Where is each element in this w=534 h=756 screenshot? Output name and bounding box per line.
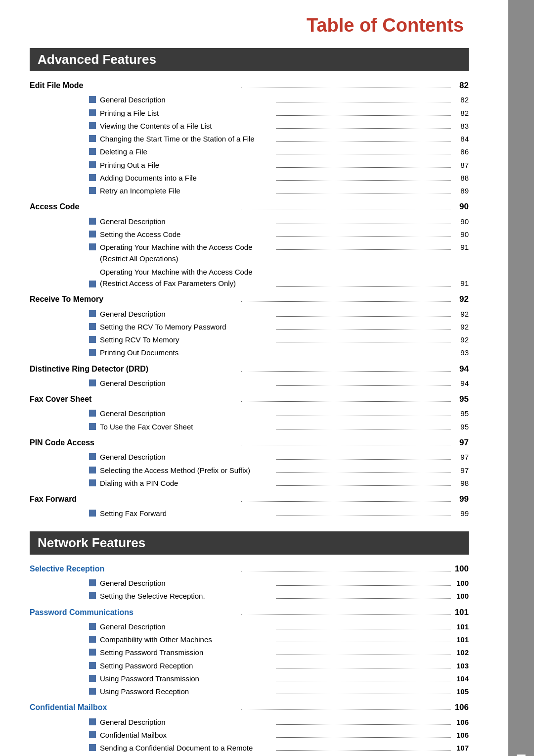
bullet-icon <box>89 174 96 181</box>
section-header-network: Network Features <box>30 531 469 555</box>
network-features-entries: Selective Reception 100 General Descript… <box>30 563 469 756</box>
toc-entry-confidential-mailbox-sub: Confidential Mailbox 106 <box>30 729 469 741</box>
toc-entry-selecting-access-method: Selecting the Access Method (Prefix or S… <box>30 465 469 476</box>
toc-entry-using-password-reception: Using Password Reception 105 <box>30 686 469 697</box>
toc-entry-compatibility-other-machines: Compatibility with Other Machines 101 <box>30 634 469 645</box>
bullet-icon <box>89 231 96 237</box>
content-area: Table of Contents Advanced Features Edit… <box>0 0 508 756</box>
toc-entry-general-desc-4: General Description 94 <box>30 378 469 389</box>
section-header-advanced: Advanced Features <box>30 48 469 71</box>
bullet-icon <box>89 453 96 460</box>
bullet-icon <box>89 675 96 682</box>
bullet-icon <box>89 636 96 643</box>
bullet-icon <box>89 218 96 225</box>
bullet-icon <box>89 467 96 473</box>
toc-entry-setting-rcv-password: Setting the RCV To Memory Password 92 <box>30 321 469 332</box>
toc-entry-viewing-contents: Viewing the Contents of a File List 83 <box>30 120 469 132</box>
bullet-icon <box>89 281 96 287</box>
toc-entry-general-desc-1: General Description 82 <box>30 94 469 105</box>
toc-entry-deleting-file: Deleting a File 86 <box>30 146 469 157</box>
toc-entry-password-comms: Password Communications 101 <box>30 606 469 619</box>
toc-entry-retry-incomplete: Retry an Incomplete File 89 <box>30 185 469 196</box>
toc-entry-sending-confidential-doc: Sending a Confidential Document to a Rem… <box>30 742 469 756</box>
toc-title: Table of Contents <box>30 15 469 36</box>
bullet-icon <box>89 109 96 116</box>
toc-entry-access-code: Access Code 90 <box>30 200 469 213</box>
advanced-features-entries: Edit File Mode 82 General Description 82… <box>30 79 469 520</box>
toc-entry-using-password-transmission: Using Password Transmission 104 <box>30 673 469 684</box>
toc-entry-receive-to-memory: Receive To Memory 92 <box>30 293 469 306</box>
bullet-icon <box>89 623 96 630</box>
bullet-icon <box>89 135 96 142</box>
bullet-icon <box>89 323 96 330</box>
bullet-icon <box>89 718 96 725</box>
toc-entry-general-desc-2: General Description 90 <box>30 216 469 227</box>
toc-entry-general-desc-8: General Description 101 <box>30 621 469 632</box>
bullet-icon <box>89 310 96 317</box>
toc-entry-printing-out-documents: Printing Out Documents 93 <box>30 347 469 358</box>
bullet-icon <box>89 579 96 586</box>
bullet-icon <box>89 649 96 656</box>
toc-entry-adding-documents: Adding Documents into a File 88 <box>30 172 469 184</box>
toc-entry-fax-forward: Fax Forward 99 <box>30 493 469 506</box>
page-wrapper: Table of Contents Advanced Features Edit… <box>0 0 534 756</box>
toc-entry-setting-access-code: Setting the Access Code 90 <box>30 229 469 240</box>
toc-entry-drd: Distinctive Ring Detector (DRD) 94 <box>30 363 469 376</box>
bullet-icon <box>89 379 96 386</box>
toc-entry-dialing-pin: Dialing with a PIN Code 98 <box>30 477 469 489</box>
side-bar <box>508 0 534 756</box>
bullet-icon <box>89 410 96 417</box>
toc-entry-setting-password-transmission: Setting Password Transmission 102 <box>30 647 469 658</box>
toc-entry-pin-code-access: PIN Code Access 97 <box>30 436 469 449</box>
bullet-icon <box>89 510 96 517</box>
bullet-icon <box>89 243 96 250</box>
toc-entry-general-desc-9: General Description 106 <box>30 716 469 728</box>
bullet-icon <box>89 336 96 343</box>
bullet-icon <box>89 423 96 430</box>
bullet-icon <box>89 96 96 103</box>
toc-entry-operating-machine-restrict-all: Operating Your Machine with the Access C… <box>30 241 469 265</box>
bullet-icon <box>89 349 96 356</box>
toc-entry-general-desc-6: General Description 97 <box>30 451 469 463</box>
toc-entry-selective-reception: Selective Reception 100 <box>30 563 469 575</box>
page-number: 5 <box>508 747 534 756</box>
toc-entry-to-use-fax-cover: To Use the Fax Cover Sheet 95 <box>30 421 469 432</box>
toc-entry-edit-file-mode: Edit File Mode 82 <box>30 79 469 92</box>
toc-entry-printing-out-file: Printing Out a File 87 <box>30 159 469 171</box>
bullet-icon <box>89 662 96 669</box>
bullet-icon <box>89 148 96 155</box>
toc-entry-general-desc-7: General Description 100 <box>30 577 469 589</box>
toc-entry-setting-fax-forward: Setting Fax Forward 99 <box>30 508 469 519</box>
toc-entry-general-desc-5: General Description 95 <box>30 408 469 419</box>
bullet-icon <box>89 479 96 486</box>
bullet-icon <box>89 744 96 751</box>
bullet-icon <box>89 592 96 599</box>
bullet-icon <box>89 122 96 129</box>
toc-entry-setting-rcv-to-memory: Setting RCV To Memory 92 <box>30 334 469 345</box>
bullet-icon <box>89 161 96 168</box>
bullet-icon <box>89 731 96 738</box>
toc-entry-operating-machine-restrict-fax: Operating Your Machine with the Access C… <box>30 266 469 289</box>
bullet-icon <box>89 688 96 695</box>
toc-entry-setting-selective-reception: Setting the Selective Reception. 100 <box>30 590 469 602</box>
toc-entry-fax-cover-sheet: Fax Cover Sheet 95 <box>30 393 469 406</box>
toc-entry-printing-file-list: Printing a File List 82 <box>30 107 469 119</box>
toc-entry-changing-start-time: Changing the Start Time or the Station o… <box>30 133 469 144</box>
toc-entry-setting-password-reception: Setting Password Reception 103 <box>30 660 469 671</box>
toc-entry-confidential-mailbox: Confidential Mailbox 106 <box>30 701 469 714</box>
toc-entry-general-desc-3: General Description 92 <box>30 308 469 320</box>
bullet-icon <box>89 187 96 194</box>
